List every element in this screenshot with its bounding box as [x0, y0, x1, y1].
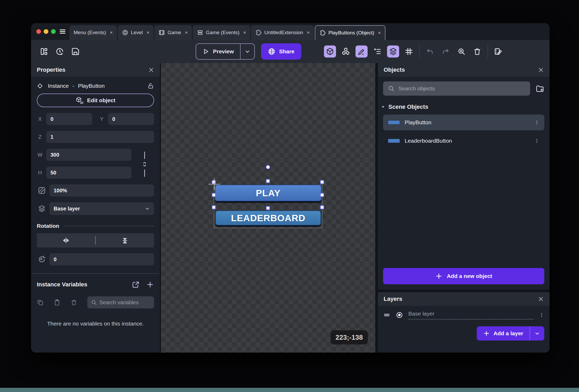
close-icon[interactable]	[148, 67, 154, 73]
paste-icon[interactable]	[54, 299, 60, 306]
close-tab-icon[interactable]: ×	[307, 30, 310, 35]
editor-mode-tools	[324, 45, 415, 58]
save-icon[interactable]	[69, 45, 82, 58]
preview-options-button[interactable]	[240, 44, 254, 59]
zoom-in-icon[interactable]	[455, 45, 468, 58]
unlock-icon[interactable]	[147, 82, 154, 89]
scene-objects-section[interactable]: Scene Objects	[383, 104, 544, 110]
add-layer-button[interactable]: Add a layer	[477, 326, 544, 341]
close-icon[interactable]	[538, 296, 544, 302]
link-width-height-icon[interactable]	[141, 150, 148, 178]
selection-handle-bottom-center[interactable]	[266, 206, 270, 210]
flip-vertical-button[interactable]	[96, 236, 154, 244]
search-variables-box[interactable]	[87, 296, 154, 308]
search-variables-input[interactable]	[99, 300, 150, 306]
tab-game-events[interactable]: Game (Events) ×	[193, 25, 250, 40]
layer-visibility-icon[interactable]	[396, 311, 403, 319]
properties-header: Properties	[31, 63, 160, 77]
object-name: LeaderboardButton	[405, 138, 452, 144]
selection-handle-mid-right[interactable]	[320, 193, 324, 197]
trash-icon[interactable]	[471, 45, 483, 58]
object-row-playbutton[interactable]: PlayButton	[383, 115, 544, 130]
width-input[interactable]	[46, 149, 131, 161]
object-menu-icon[interactable]	[534, 120, 540, 125]
rotation-input[interactable]	[49, 253, 154, 265]
version-history-icon[interactable]	[54, 45, 66, 58]
layers-icon[interactable]	[387, 45, 399, 58]
rotation-section: Rotation	[37, 223, 154, 229]
objects-cubes-icon[interactable]	[340, 45, 352, 58]
instance-title-row: Instance - PlayButton	[37, 82, 154, 89]
object-menu-icon[interactable]	[534, 138, 540, 143]
layer-name-field[interactable]: Base layer	[408, 311, 534, 319]
height-input[interactable]	[46, 167, 131, 179]
selection-handle-top-left[interactable]	[212, 180, 216, 184]
x-input[interactable]	[46, 113, 92, 125]
rotation-handle[interactable]	[266, 165, 270, 169]
drag-handle-icon[interactable]	[383, 311, 390, 319]
copy-icon[interactable]	[37, 299, 44, 306]
share-button[interactable]: Share	[261, 43, 301, 60]
z-input[interactable]	[46, 131, 154, 143]
tab-game-scene[interactable]: Game ×	[154, 25, 192, 40]
close-icon[interactable]	[538, 67, 544, 73]
project-manager-icon[interactable]	[38, 45, 50, 58]
main-menu-icon[interactable]	[59, 28, 66, 35]
panel-title: Objects	[384, 66, 405, 73]
tab-level[interactable]: Level ×	[118, 25, 154, 40]
tab-playbuttons-object[interactable]: PlayButtons (Object) ×	[315, 25, 385, 40]
leaderboard-button-instance[interactable]: LEADERBOARD	[215, 210, 321, 225]
edit-pencil-icon[interactable]	[355, 45, 368, 58]
search-objects-input[interactable]	[398, 86, 525, 92]
w-label: W	[37, 152, 43, 158]
scene-canvas[interactable]: PLAY LEADERBOARD 223;-138	[161, 63, 375, 353]
add-layer-options-button[interactable]	[530, 326, 544, 341]
close-tab-icon[interactable]: ×	[110, 30, 113, 35]
add-layer-label: Add a layer	[494, 330, 523, 337]
add-variable-icon[interactable]	[146, 281, 154, 288]
layer-row-base[interactable]: Base layer	[383, 307, 544, 323]
selection-handle-bottom-left[interactable]	[212, 205, 216, 209]
tab-menu-events[interactable]: Menu (Events) ×	[69, 25, 117, 40]
close-tab-icon[interactable]: ×	[146, 30, 149, 35]
y-input[interactable]	[108, 113, 154, 125]
undo-icon[interactable]	[424, 45, 436, 58]
preview-label: Preview	[213, 48, 234, 55]
close-tab-icon[interactable]: ×	[243, 30, 246, 35]
play-button-instance[interactable]: PLAY	[215, 185, 322, 201]
preview-button[interactable]: Preview	[196, 43, 255, 60]
layer-select[interactable]: Base layer	[49, 202, 154, 215]
layer-menu-icon[interactable]	[539, 312, 544, 318]
opacity-input[interactable]	[49, 184, 154, 197]
minimize-window-button[interactable]	[44, 29, 48, 34]
tab-untitled-extension[interactable]: UntitledExtension ×	[251, 25, 314, 40]
delete-variable-icon[interactable]	[70, 299, 77, 306]
search-objects-box[interactable]	[383, 81, 530, 96]
edit-object-button[interactable]: 2D Edit object	[37, 94, 154, 107]
selection-handle-bottom-right[interactable]	[320, 205, 324, 209]
close-window-button[interactable]	[36, 29, 41, 34]
add-folder-icon[interactable]	[535, 84, 544, 93]
open-variables-dialog-icon[interactable]	[132, 281, 139, 288]
flip-toolbar	[37, 233, 154, 247]
instances-list-icon[interactable]	[371, 45, 383, 58]
grid-icon[interactable]	[403, 45, 415, 58]
flip-horizontal-button[interactable]	[37, 236, 95, 244]
3d-view-icon[interactable]	[324, 45, 336, 58]
desktop-background	[0, 388, 579, 392]
play-button-label: PLAY	[256, 188, 281, 198]
close-tab-icon[interactable]: ×	[185, 30, 188, 35]
object-row-leaderboardbutton[interactable]: LeaderboardButton	[383, 133, 544, 149]
redo-icon[interactable]	[440, 45, 452, 58]
instance-diamond-icon	[37, 83, 43, 89]
tab-label: PlayButtons (Object)	[328, 30, 374, 36]
selection-handle-mid-left[interactable]	[212, 193, 216, 197]
properties-panel: Properties Instance - PlayButton 2D	[31, 63, 160, 353]
selection-handle-top-right[interactable]	[320, 180, 324, 184]
selection-handle-top-center[interactable]	[266, 179, 270, 183]
close-tab-icon[interactable]: ×	[378, 30, 381, 36]
add-new-object-button[interactable]: Add a new object	[383, 268, 544, 284]
gdevelop-window: Menu (Events) × Level × Game × Game (Eve…	[31, 23, 550, 353]
edit-scene-properties-icon[interactable]	[492, 45, 504, 58]
zoom-window-button[interactable]	[51, 29, 56, 34]
